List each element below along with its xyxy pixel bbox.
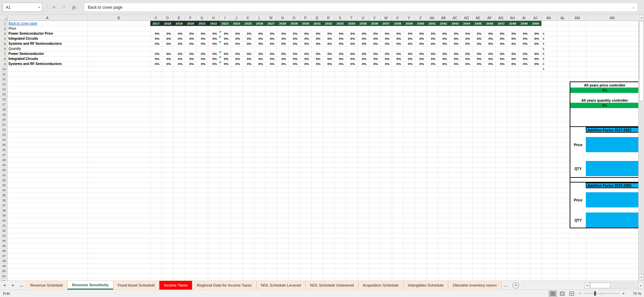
- value-cell[interactable]: 0%: [449, 41, 461, 46]
- year-header-2031[interactable]: 2031: [311, 21, 323, 26]
- column-header-AB[interactable]: AB: [438, 15, 449, 21]
- value-cell[interactable]: 0%: [472, 36, 484, 41]
- scroll-left-icon[interactable]: ◄: [584, 282, 590, 289]
- name-box-dropdown-icon[interactable]: ▼: [38, 6, 40, 9]
- value-cell[interactable]: 0%: [162, 51, 173, 56]
- horizontal-scrollbar-thumb[interactable]: [590, 283, 610, 288]
- value-cell[interactable]: 0%: [231, 51, 242, 56]
- row-header-40[interactable]: 40: [0, 218, 7, 223]
- value-cell[interactable]: 0%: [357, 56, 369, 61]
- value-cell[interactable]: 0%: [530, 51, 541, 56]
- column-header-F[interactable]: F: [185, 15, 196, 21]
- column-header-Z[interactable]: Z: [415, 15, 426, 21]
- value-cell[interactable]: 0%: [449, 36, 461, 41]
- column-header-AN[interactable]: AN: [586, 15, 639, 21]
- tab-nol-schedule-unlevered[interactable]: NOL Schedule Unlevered: [306, 281, 358, 290]
- value-cell[interactable]: 0%: [323, 31, 334, 36]
- tab-obsolete-inventory-reserv[interactable]: Obsolete inventory reserv: [448, 281, 501, 290]
- tab-income-taxes[interactable]: Income Taxes: [159, 281, 192, 290]
- value-cell[interactable]: 0%: [254, 56, 265, 61]
- value-cell[interactable]: 0%: [426, 56, 438, 61]
- value-cell[interactable]: 0%: [507, 61, 518, 66]
- ak-column-cell[interactable]: k: [541, 31, 544, 36]
- value-cell[interactable]: 0%: [242, 36, 254, 41]
- row-header-25[interactable]: 25: [0, 142, 7, 147]
- value-cell[interactable]: 0%: [173, 31, 185, 36]
- value-cell[interactable]: 0%: [461, 56, 472, 61]
- year-header-2038[interactable]: 2038: [392, 21, 403, 26]
- value-cell[interactable]: 0%: [162, 56, 173, 61]
- value-cell[interactable]: 0%: [162, 61, 173, 66]
- value-cell[interactable]: 0%: [472, 61, 484, 66]
- insert-function-icon[interactable]: fx: [70, 3, 79, 12]
- row-label-4[interactable]: Integrated Circuits: [8, 36, 38, 41]
- row-header-26[interactable]: 26: [0, 147, 7, 152]
- row-header-50[interactable]: 50: [0, 268, 7, 273]
- value-cell[interactable]: 0%: [208, 41, 219, 46]
- zoom-in-button[interactable]: +: [620, 291, 627, 296]
- value-cell[interactable]: 0%: [265, 41, 277, 46]
- value-cell[interactable]: 0%: [484, 51, 495, 56]
- tab-revenue-sensitivity[interactable]: Revenue Sensitivity: [68, 281, 113, 290]
- column-header-AA[interactable]: AA: [426, 15, 438, 21]
- value-cell[interactable]: 0%: [369, 41, 380, 46]
- select-all-corner[interactable]: [0, 15, 7, 21]
- add-sheet-button[interactable]: +: [513, 282, 519, 289]
- value-cell[interactable]: 0%: [346, 56, 357, 61]
- row-header-23[interactable]: 23: [0, 132, 7, 137]
- value-cell[interactable]: 0%: [300, 31, 311, 36]
- value-cell[interactable]: 0%: [530, 36, 541, 41]
- factor-2-qty-input[interactable]: [586, 212, 639, 228]
- tab-intangibles-schedule[interactable]: Intangibles Schedule: [404, 281, 449, 290]
- column-header-AJ[interactable]: AJ: [530, 15, 541, 21]
- value-cell[interactable]: 0%: [472, 56, 484, 61]
- value-cell[interactable]: 0%: [346, 36, 357, 41]
- value-cell[interactable]: 0%: [518, 36, 530, 41]
- value-cell[interactable]: 0%: [300, 61, 311, 66]
- value-cell[interactable]: 0%: [254, 36, 265, 41]
- ak-column-cell[interactable]: k: [541, 46, 544, 51]
- value-cell[interactable]: 0%: [357, 51, 369, 56]
- value-cell[interactable]: 0%: [196, 61, 208, 66]
- value-cell[interactable]: 0%: [300, 41, 311, 46]
- row-header-30[interactable]: 30: [0, 167, 7, 172]
- column-header-Q[interactable]: Q: [311, 15, 323, 21]
- value-cell[interactable]: 0%: [208, 61, 219, 66]
- enter-icon[interactable]: ✓: [60, 3, 69, 12]
- row-header-2[interactable]: 2: [0, 26, 7, 31]
- column-header-E[interactable]: E: [173, 15, 185, 21]
- sheet-cells-area[interactable]: All years price controller 0% All years …: [7, 21, 639, 280]
- tabs-scroll-left-icon[interactable]: ◄: [0, 284, 9, 287]
- row-header-17[interactable]: 17: [0, 102, 7, 107]
- year-header-2026[interactable]: 2026: [254, 21, 265, 26]
- row-header-24[interactable]: 24: [0, 137, 7, 142]
- value-cell[interactable]: 0%: [357, 61, 369, 66]
- value-cell[interactable]: 0%: [461, 61, 472, 66]
- row-header-42[interactable]: 42: [0, 228, 7, 233]
- year-header-2027[interactable]: 2027: [265, 21, 277, 26]
- tab-acquisition-schedule[interactable]: Acquisition Schedule: [358, 281, 404, 290]
- row-header-9[interactable]: 9: [0, 61, 7, 66]
- column-header-B[interactable]: B: [87, 15, 150, 21]
- column-header-AI[interactable]: AI: [518, 15, 530, 21]
- column-header-AC[interactable]: AC: [449, 15, 461, 21]
- value-cell[interactable]: 0%: [334, 61, 346, 66]
- value-cell[interactable]: 0%: [150, 51, 162, 56]
- value-cell[interactable]: 0%: [334, 31, 346, 36]
- row-label-6[interactable]: Quantity: [8, 46, 21, 51]
- value-cell[interactable]: 0%: [380, 36, 392, 41]
- column-header-S[interactable]: S: [334, 15, 346, 21]
- value-cell[interactable]: 0%: [472, 51, 484, 56]
- value-cell[interactable]: 0%: [185, 36, 196, 41]
- column-header-U[interactable]: U: [357, 15, 369, 21]
- row-header-44[interactable]: 44: [0, 238, 7, 243]
- value-cell[interactable]: 0%: [173, 56, 185, 61]
- year-header-2023[interactable]: 2023: [219, 21, 231, 26]
- value-cell[interactable]: 0%: [231, 56, 242, 61]
- value-cell[interactable]: 0%: [288, 41, 300, 46]
- value-cell[interactable]: 0%: [173, 51, 185, 56]
- value-cell[interactable]: 0%: [369, 56, 380, 61]
- value-cell[interactable]: 0%: [415, 56, 426, 61]
- year-header-2041[interactable]: 2041: [426, 21, 438, 26]
- value-cell[interactable]: 0%: [323, 41, 334, 46]
